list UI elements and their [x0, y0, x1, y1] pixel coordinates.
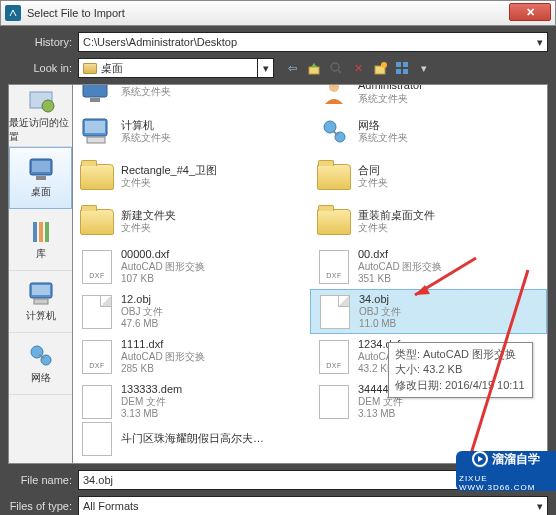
file-item-selected[interactable]: 34.objOBJ 文件11.0 MB	[310, 289, 547, 334]
file-sub: 文件夹	[121, 222, 176, 234]
filename-label: File name:	[8, 474, 78, 486]
dialog-body: History: C:\Users\Administrator\Desktop …	[0, 26, 556, 515]
file-item[interactable]: 新建文件夹文件夹	[73, 199, 310, 244]
svg-rect-5	[396, 62, 401, 67]
filetype-value: All Formats	[83, 500, 139, 512]
file-list[interactable]: 系统文件夹 计算机系统文件夹 Rectangle_#4_卫图文件夹 新	[73, 84, 548, 464]
play-icon	[472, 451, 488, 467]
svg-rect-0	[309, 67, 319, 74]
file-sub: 系统文件夹	[358, 93, 423, 105]
file-size: 11.0 MB	[359, 318, 401, 330]
computer-icon	[26, 281, 56, 307]
newfolder-icon[interactable]	[372, 60, 388, 76]
app-icon	[5, 5, 21, 21]
up-icon[interactable]	[306, 60, 322, 76]
file-item[interactable]: 重装前桌面文件文件夹	[310, 199, 547, 244]
file-name: 12.obj	[121, 293, 163, 306]
history-input[interactable]: C:\Users\Administrator\Desktop ▾	[78, 32, 548, 52]
view-dropdown-icon[interactable]: ▾	[416, 60, 432, 76]
back-icon[interactable]: ⇦	[284, 60, 300, 76]
dxf-icon: DXF	[319, 250, 349, 284]
place-label: 计算机	[26, 309, 56, 323]
file-name: 重装前桌面文件	[358, 209, 435, 222]
file-sub: DEM 文件	[121, 396, 182, 408]
search-icon[interactable]	[328, 60, 344, 76]
computer-icon	[81, 117, 113, 147]
dropdown-icon[interactable]: ▾	[537, 500, 543, 513]
file-sub: 文件夹	[358, 222, 435, 234]
watermark: 溜溜自学 ZIXUE WWW.3D66.COM	[456, 451, 556, 491]
file-name: Administrator	[358, 84, 423, 93]
file-name: 新建文件夹	[121, 209, 176, 222]
svg-line-2	[338, 70, 341, 73]
file-item[interactable]: 系统文件夹	[73, 84, 310, 109]
file-item[interactable]: 12.objOBJ 文件47.6 MB	[73, 289, 310, 334]
place-computer[interactable]: 计算机	[9, 271, 72, 333]
file-item[interactable]: 网络系统文件夹	[310, 109, 547, 154]
file-size: 285 KB	[121, 363, 205, 375]
svg-rect-18	[32, 285, 50, 295]
file-size: 3.13 MB	[358, 408, 462, 420]
close-button[interactable]: ✕	[509, 3, 551, 21]
history-value: C:\Users\Administrator\Desktop	[83, 36, 237, 48]
filetype-select[interactable]: All Formats ▾	[78, 496, 548, 515]
file-sub: 系统文件夹	[121, 132, 171, 144]
place-label: 网络	[31, 371, 51, 385]
tooltip-date: 修改日期: 2016/4/19 10:11	[395, 378, 526, 393]
titlebar[interactable]: Select File to Import ✕	[0, 0, 556, 26]
lookin-select[interactable]: 桌面	[78, 58, 258, 78]
place-network[interactable]: 网络	[9, 333, 72, 395]
file-item[interactable]: DXF 00000.dxfAutoCAD 图形交换107 KB	[73, 244, 310, 289]
file-size: 351 KB	[358, 273, 442, 285]
dem-icon	[319, 385, 349, 419]
dxf-icon: DXF	[82, 340, 112, 374]
lookin-row: Look in: 桌面 ▾ ⇦ ✕ ▾	[8, 58, 548, 78]
svg-rect-14	[33, 222, 37, 242]
svg-rect-15	[39, 222, 43, 242]
file-item[interactable]: 133333.demDEM 文件3.13 MB	[73, 379, 310, 424]
svg-point-1	[331, 63, 339, 71]
file-size: 47.6 MB	[121, 318, 163, 330]
svg-point-10	[42, 100, 54, 112]
watermark-url: ZIXUE WWW.3D66.COM	[459, 474, 553, 492]
file-item[interactable]: DXF 00.dxfAutoCAD 图形交换351 KB	[310, 244, 547, 289]
dropdown-icon[interactable]: ▾	[537, 36, 543, 49]
file-name: 00.dxf	[358, 248, 442, 261]
file-item[interactable]: DXF 1111.dxfAutoCAD 图形交换285 KB	[73, 334, 310, 379]
file-item[interactable]: Rectangle_#4_卫图文件夹	[73, 154, 310, 199]
place-label: 库	[36, 247, 46, 261]
lookin-dropdown[interactable]: ▾	[258, 58, 274, 78]
folder-icon	[317, 164, 351, 190]
tooltip-type: 类型: AutoCAD 图形交换	[395, 347, 526, 362]
file-sub: OBJ 文件	[359, 306, 401, 318]
svg-rect-26	[85, 121, 105, 133]
file-name: 合同	[358, 164, 388, 177]
svg-rect-16	[45, 222, 49, 242]
file-size: 3.13 MB	[121, 408, 182, 420]
tooltip: 类型: AutoCAD 图形交换 大小: 43.2 KB 修改日期: 2016/…	[388, 342, 533, 398]
monitor-icon	[81, 84, 113, 106]
file-item[interactable]: 合同文件夹	[310, 154, 547, 199]
file-item[interactable]: 斗门区珠海耀朗假日高尔夫球会DEM.dem	[73, 424, 310, 454]
file-item[interactable]: 计算机系统文件夹	[73, 109, 310, 154]
file-size: 107 KB	[121, 273, 205, 285]
dem-icon	[82, 385, 112, 419]
place-recent[interactable]: 最近访问的位置	[9, 85, 72, 147]
place-library[interactable]: 库	[9, 209, 72, 271]
dem-icon	[82, 422, 112, 456]
folder-icon	[80, 164, 114, 190]
place-desktop[interactable]: 桌面	[9, 147, 72, 209]
svg-point-4	[381, 62, 387, 68]
dxf-icon: DXF	[82, 250, 112, 284]
desktop-icon	[26, 157, 56, 183]
file-sub: OBJ 文件	[121, 306, 163, 318]
file-name: 1111.dxf	[121, 338, 205, 351]
file-sub: 系统文件夹	[121, 86, 171, 98]
view-icon[interactable]	[394, 60, 410, 76]
delete-icon[interactable]: ✕	[350, 60, 366, 76]
toolbar: ⇦ ✕ ▾	[284, 60, 432, 76]
file-item[interactable]: Administrator系统文件夹	[310, 84, 547, 109]
svg-rect-12	[32, 161, 50, 172]
dialog-title: Select File to Import	[27, 7, 125, 19]
dxf-icon: DXF	[319, 340, 349, 374]
